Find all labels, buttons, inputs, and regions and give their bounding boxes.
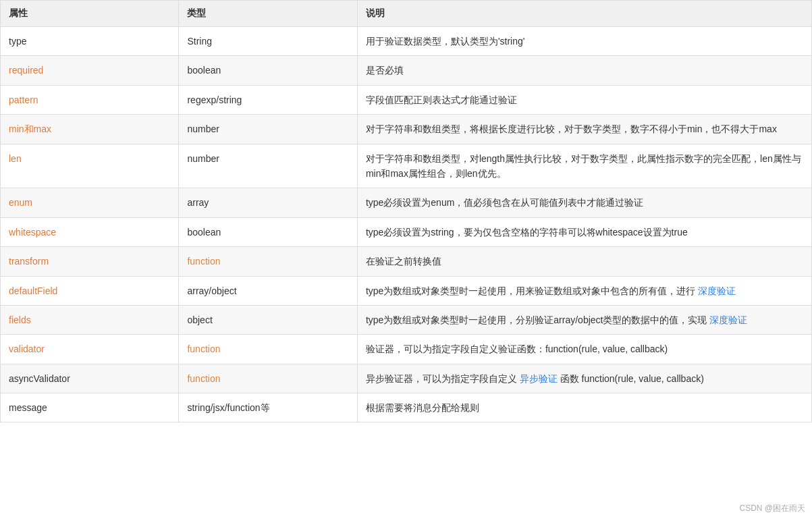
cell-attr: len xyxy=(1,144,179,188)
desc-part: 验证器，可以为指定字段自定义验证函数：function(rule, value,… xyxy=(366,344,668,354)
attr-value: fields xyxy=(9,314,31,325)
attr-value: min和max xyxy=(9,124,51,134)
desc-part: 对于字符串和数组类型，将根据长度进行比较，对于数字类型，数字不得小于min，也不… xyxy=(366,124,777,134)
cell-desc: 根据需要将消息分配给规则 xyxy=(357,393,811,422)
cell-type: boolean xyxy=(179,217,357,246)
header-desc: 说明 xyxy=(357,1,811,27)
attr-value: transform xyxy=(9,256,49,267)
cell-desc: type为数组或对象类型时一起使用，用来验证数组或对象中包含的所有值，进行 深度… xyxy=(357,276,811,305)
attr-value: required xyxy=(9,65,43,76)
type-value: array/object xyxy=(187,285,236,296)
cell-desc: 是否必填 xyxy=(357,56,811,85)
cell-type: number xyxy=(179,115,357,144)
type-value: number xyxy=(187,153,219,164)
attr-value: whitespace xyxy=(9,227,56,238)
table-row: whitespacebooleantype必须设置为string，要为仅包含空格… xyxy=(1,217,812,246)
desc-part: type为数组或对象类型时一起使用，用来验证数组或对象中包含的所有值，进行 xyxy=(366,285,698,296)
cell-attr: min和max xyxy=(1,115,179,144)
cell-attr: type xyxy=(1,27,179,56)
cell-attr: asyncValidator xyxy=(1,364,179,393)
cell-desc: 在验证之前转换值 xyxy=(357,247,811,276)
table-header-row: 属性 类型 说明 xyxy=(1,1,812,27)
type-value: boolean xyxy=(187,65,221,76)
attr-value: message xyxy=(9,402,47,413)
type-value: string/jsx/function等 xyxy=(187,402,269,413)
cell-attr: defaultField xyxy=(1,276,179,305)
cell-type: array/object xyxy=(179,276,357,305)
cell-attr: enum xyxy=(1,188,179,217)
table-container: 属性 类型 说明 typeString用于验证数据类型，默认类型为'string… xyxy=(0,0,812,521)
desc-part[interactable]: 异步验证 xyxy=(520,373,558,384)
cell-attr: required xyxy=(1,56,179,85)
desc-part: 用于验证数据类型，默认类型为'string' xyxy=(366,36,525,47)
cell-attr: whitespace xyxy=(1,217,179,246)
cell-type: object xyxy=(179,305,357,334)
cell-type: function xyxy=(179,247,357,276)
cell-attr: message xyxy=(1,393,179,422)
attr-value: pattern xyxy=(9,94,38,105)
desc-part: type为数组或对象类型时一起使用，分别验证array/object类型的数据中… xyxy=(366,314,710,325)
cell-type: function xyxy=(179,364,357,393)
cell-desc: 对于字符串和数组类型，对length属性执行比较，对于数字类型，此属性指示数字的… xyxy=(357,144,811,188)
type-value: object xyxy=(187,314,212,325)
attr-value: len xyxy=(9,153,22,164)
cell-attr: validator xyxy=(1,335,179,364)
cell-desc: type为数组或对象类型时一起使用，分别验证array/object类型的数据中… xyxy=(357,305,811,334)
cell-type: array xyxy=(179,188,357,217)
cell-type: number xyxy=(179,144,357,188)
desc-part: 根据需要将消息分配给规则 xyxy=(366,402,479,413)
type-value: function xyxy=(187,373,220,384)
desc-part[interactable]: 深度验证 xyxy=(698,285,736,296)
attr-value: type xyxy=(9,36,26,47)
cell-type: String xyxy=(179,27,357,56)
desc-part: 字段值匹配正则表达式才能通过验证 xyxy=(366,94,517,105)
type-value: array xyxy=(187,197,209,208)
cell-desc: 对于字符串和数组类型，将根据长度进行比较，对于数字类型，数字不得小于min，也不… xyxy=(357,115,811,144)
cell-type: regexp/string xyxy=(179,85,357,114)
desc-part: 在验证之前转换值 xyxy=(366,256,441,267)
table-row: requiredboolean是否必填 xyxy=(1,56,812,85)
attr-value: asyncValidator xyxy=(9,373,70,384)
cell-desc: 验证器，可以为指定字段自定义验证函数：function(rule, value,… xyxy=(357,335,811,364)
attributes-table: 属性 类型 说明 typeString用于验证数据类型，默认类型为'string… xyxy=(0,0,812,422)
table-row: lennumber对于字符串和数组类型，对length属性执行比较，对于数字类型… xyxy=(1,144,812,188)
header-type: 类型 xyxy=(179,1,357,27)
table-row: min和maxnumber对于字符串和数组类型，将根据长度进行比较，对于数字类型… xyxy=(1,115,812,144)
cell-attr: transform xyxy=(1,247,179,276)
cell-desc: 字段值匹配正则表达式才能通过验证 xyxy=(357,85,811,114)
watermark-label: CSDN @困在雨天 xyxy=(739,503,805,514)
cell-desc: type必须设置为string，要为仅包含空格的字符串可以将whitespace… xyxy=(357,217,811,246)
attr-value: validator xyxy=(9,344,45,354)
table-row: transformfunction在验证之前转换值 xyxy=(1,247,812,276)
cell-desc: type必须设置为enum，值必须包含在从可能值列表中才能通过验证 xyxy=(357,188,811,217)
type-value: boolean xyxy=(187,227,221,238)
cell-type: string/jsx/function等 xyxy=(179,393,357,422)
attr-value: enum xyxy=(9,197,32,208)
desc-part: 是否必填 xyxy=(366,65,404,76)
cell-type: function xyxy=(179,335,357,364)
cell-attr: pattern xyxy=(1,85,179,114)
cell-desc: 异步验证器，可以为指定字段自定义 异步验证 函数 function(rule, … xyxy=(357,364,811,393)
table-row: validatorfunction验证器，可以为指定字段自定义验证函数：func… xyxy=(1,335,812,364)
attr-value: defaultField xyxy=(9,285,57,296)
desc-part: 异步验证器，可以为指定字段自定义 xyxy=(366,373,520,384)
type-value: number xyxy=(187,124,219,134)
desc-part: type必须设置为enum，值必须包含在从可能值列表中才能通过验证 xyxy=(366,197,643,208)
type-value: String xyxy=(187,36,212,47)
table-row: fieldsobjecttype为数组或对象类型时一起使用，分别验证array/… xyxy=(1,305,812,334)
cell-type: boolean xyxy=(179,56,357,85)
type-value: regexp/string xyxy=(187,94,242,105)
desc-part[interactable]: 深度验证 xyxy=(709,314,747,325)
type-value: function xyxy=(187,256,220,267)
header-attr: 属性 xyxy=(1,1,179,27)
table-row: enumarraytype必须设置为enum，值必须包含在从可能值列表中才能通过… xyxy=(1,188,812,217)
type-value: function xyxy=(187,344,220,354)
table-row: asyncValidatorfunction异步验证器，可以为指定字段自定义 异… xyxy=(1,364,812,393)
table-row: typeString用于验证数据类型，默认类型为'string' xyxy=(1,27,812,56)
table-row: messagestring/jsx/function等根据需要将消息分配给规则 xyxy=(1,393,812,422)
desc-part: 对于字符串和数组类型，对length属性执行比较，对于数字类型，此属性指示数字的… xyxy=(366,153,801,179)
table-row: patternregexp/string字段值匹配正则表达式才能通过验证 xyxy=(1,85,812,114)
cell-attr: fields xyxy=(1,305,179,334)
desc-part: type必须设置为string，要为仅包含空格的字符串可以将whitespace… xyxy=(366,227,688,238)
desc-part: 函数 function(rule, value, callback) xyxy=(558,373,704,384)
